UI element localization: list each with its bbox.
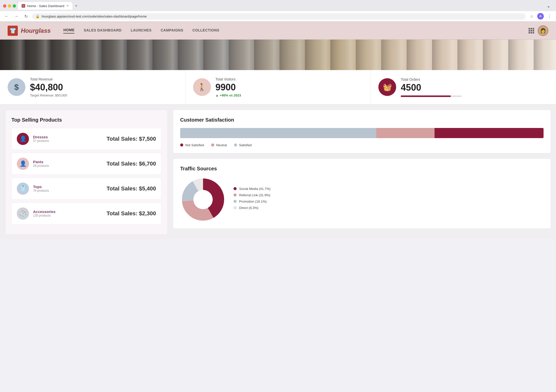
hero-banner	[0, 40, 556, 70]
dresses-name: Dresses	[33, 135, 102, 139]
browser-nav-bar: ← → ↻ 🔒 hourglass.appiancloud-test.com/s…	[0, 11, 556, 22]
nav-campaigns[interactable]: CAMPAIGNS	[161, 28, 183, 33]
maximize-window-button[interactable]	[13, 4, 16, 8]
chevron-down-icon[interactable]: ⌄	[547, 4, 553, 8]
not-satisfied-label: Not Satisfied	[185, 143, 204, 147]
brand-name: Hourglass	[21, 27, 51, 34]
donut-hole	[193, 190, 213, 209]
product-accessories: 🧦 Accessories 135 products Total Sales: …	[11, 203, 161, 224]
referral-dot	[234, 193, 237, 197]
dresses-count: 57 products	[33, 139, 102, 143]
accessories-name: Accessories	[33, 209, 102, 214]
user-avatar[interactable]: 👩	[538, 25, 548, 36]
tab-favicon: H	[22, 4, 25, 8]
revenue-sub: Target Revenue: $50,000	[30, 93, 67, 97]
total-visitors-card: 🚶 Total Visitors 9900 ▲ +46% vs 2023	[186, 70, 371, 104]
accessories-sales: Total Sales: $2,300	[106, 210, 156, 217]
legend-satisfied: Satisfied	[234, 143, 252, 147]
legend-promotion: Promotion (18.1%)	[234, 200, 544, 203]
legend-social-media: Social Media (41.7%)	[234, 187, 544, 191]
address-bar[interactable]: 🔒 hourglass.appiancloud-test.com/suite/s…	[32, 13, 526, 20]
active-tab[interactable]: H Home - Sales Dashboard ✕	[18, 2, 72, 10]
tops-icon: 👕	[17, 183, 29, 195]
accessories-icon: 🧦	[17, 207, 29, 220]
nav-sales-dashboard[interactable]: SALES DASHBOARD	[84, 28, 121, 33]
tab-close-button[interactable]: ✕	[66, 4, 69, 8]
social-media-dot	[234, 187, 237, 190]
neutral-label: Neutral	[216, 143, 227, 147]
dresses-icon: 👤	[17, 133, 29, 145]
tops-info: Tops 76 products	[33, 185, 102, 192]
nav-launches[interactable]: LAUNCHES	[131, 28, 151, 33]
total-orders-card: 🧺 Total Orders 4500	[371, 70, 556, 104]
tops-count: 76 products	[33, 189, 102, 192]
top-selling-panel: Top Selling Products 👤 Dresses 57 produc…	[5, 110, 168, 235]
stats-row: $ Total Revenue $40,800 Target Revenue: …	[0, 70, 556, 105]
total-revenue-card: $ Total Revenue $40,800 Target Revenue: …	[0, 70, 186, 104]
traffic-content: Social Media (41.7%) Referral Link (31.9…	[180, 177, 544, 222]
pants-info: Pants 28 products	[33, 160, 102, 168]
tops-name: Tops	[33, 185, 102, 189]
satisfied-label: Satisfied	[239, 143, 252, 147]
pants-count: 28 products	[33, 164, 102, 168]
satisfaction-title: Customer Satisfaction	[180, 117, 544, 123]
referral-label: Referral Link (31.9%)	[239, 193, 270, 197]
back-button[interactable]: ←	[3, 13, 10, 20]
profile-avatar[interactable]: A	[537, 13, 544, 20]
revenue-icon: $	[8, 78, 25, 96]
accessories-info: Accessories 135 products	[33, 209, 102, 217]
forward-button[interactable]: →	[13, 13, 20, 20]
grid-apps-icon[interactable]	[529, 28, 534, 34]
satisfied-segment	[435, 128, 544, 138]
close-window-button[interactable]	[3, 4, 6, 8]
dresses-info: Dresses 57 products	[33, 135, 102, 143]
satisfaction-legend: Not Satisfied Neutral Satisfied	[180, 143, 544, 147]
visitors-sub: ▲ +46% vs 2023	[215, 93, 241, 97]
bookmark-button[interactable]: ☆	[528, 13, 535, 20]
legend-referral: Referral Link (31.9%)	[234, 193, 544, 197]
social-media-label: Social Media (41.7%)	[239, 187, 271, 191]
main-content: Top Selling Products 👤 Dresses 57 produc…	[0, 105, 556, 240]
pants-name: Pants	[33, 160, 102, 164]
nav-home[interactable]: HOME	[63, 28, 74, 34]
pants-icon: 👤	[17, 158, 29, 170]
orders-value: 4500	[401, 83, 462, 93]
neutral-segment	[376, 128, 435, 138]
promotion-dot	[234, 200, 237, 203]
reload-button[interactable]: ↻	[22, 13, 29, 20]
orders-progress-bar	[401, 95, 462, 97]
more-options-button[interactable]: ⋮	[546, 13, 553, 20]
nav-right: 👩	[529, 25, 548, 36]
product-pants: 👤 Pants 28 products Total Sales: $6,700	[11, 153, 161, 175]
lock-icon: 🔒	[36, 14, 40, 18]
minimize-window-button[interactable]	[8, 4, 11, 8]
accessories-count: 135 products	[33, 214, 102, 217]
window-controls	[3, 4, 16, 8]
revenue-info: Total Revenue $40,800 Target Revenue: $5…	[30, 77, 67, 97]
tops-sales: Total Sales: $5,400	[106, 185, 156, 192]
revenue-value: $40,800	[30, 82, 67, 92]
app-nav: 👕 Hourglass HOME SALES DASHBOARD LAUNCHE…	[0, 22, 556, 40]
brand: 👕 Hourglass	[8, 26, 51, 36]
tab-title: Home - Sales Dashboard	[27, 4, 64, 8]
direct-dot	[234, 206, 237, 209]
orders-label: Total Orders	[401, 77, 462, 81]
product-dresses: 👤 Dresses 57 products Total Sales: $7,50…	[11, 128, 161, 150]
orders-progress-fill	[401, 95, 451, 97]
new-tab-button[interactable]: +	[72, 2, 80, 10]
not-satisfied-dot	[180, 143, 183, 146]
traffic-legend: Social Media (41.7%) Referral Link (31.9…	[234, 187, 544, 212]
visitors-icon: 🚶	[193, 78, 211, 96]
satisfaction-card: Customer Satisfaction Not Satisfied Neut…	[173, 110, 551, 153]
legend-neutral: Neutral	[211, 143, 227, 147]
legend-direct: Direct (8.3%)	[234, 206, 544, 210]
brand-icon: 👕	[8, 26, 18, 36]
promotion-label: Promotion (18.1%)	[239, 200, 267, 203]
nav-links: HOME SALES DASHBOARD LAUNCHES CAMPAIGNS …	[63, 28, 529, 34]
visitors-info: Total Visitors 9900 ▲ +46% vs 2023	[215, 77, 241, 97]
top-selling-title: Top Selling Products	[11, 117, 161, 123]
direct-label: Direct (8.3%)	[239, 206, 258, 210]
right-panel: Customer Satisfaction Not Satisfied Neut…	[173, 110, 551, 235]
nav-collections[interactable]: COLLECTIONS	[192, 28, 219, 33]
traffic-title: Traffic Sources	[180, 166, 544, 172]
